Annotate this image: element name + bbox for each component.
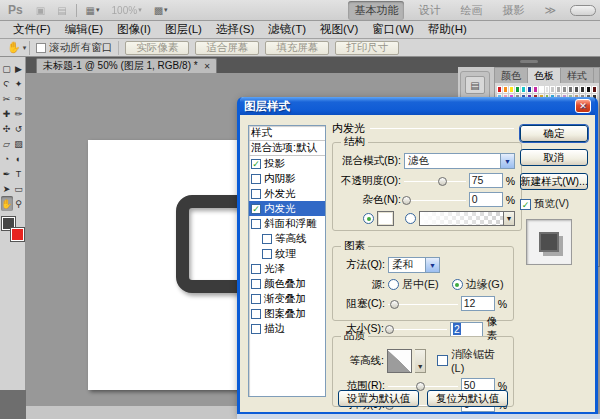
document-tab[interactable]: 未标题-1 @ 50% (图层 1, RGB/8) * ✕ (36, 58, 217, 73)
menu-item[interactable]: 文件(F) (6, 21, 58, 38)
color-swatch[interactable] (586, 86, 591, 93)
chevron-down-icon[interactable]: ▼ (415, 349, 426, 373)
slider-thumb[interactable] (438, 177, 447, 186)
slider-thumb[interactable] (402, 196, 411, 205)
fit-screen-button[interactable]: 适合屏幕 (195, 41, 259, 55)
chevron-down-icon[interactable]: ▼ (425, 258, 439, 272)
tool-icon[interactable]: ▱ (1, 136, 13, 151)
tab-swatches[interactable]: 色板 (528, 68, 561, 83)
tool-icon[interactable]: ✑ (13, 91, 25, 106)
color-swatch[interactable] (527, 86, 532, 93)
gradient-picker[interactable]: ▼ (419, 211, 515, 226)
color-radio[interactable] (363, 213, 374, 224)
opacity-slider[interactable] (404, 175, 466, 187)
scroll-all-windows-checkbox[interactable] (36, 43, 46, 53)
background-color-swatch[interactable] (11, 228, 24, 241)
style-item-drop-shadow[interactable]: ✓投影 (249, 156, 325, 171)
workspace-design[interactable]: 设计 (412, 1, 446, 20)
cs-live-button[interactable] (570, 5, 596, 16)
source-center-radio[interactable] (388, 279, 399, 290)
color-swatch[interactable] (497, 86, 502, 93)
style-item-contour[interactable]: 等高线 (249, 231, 325, 246)
menu-item[interactable]: 选择(S) (209, 21, 261, 38)
color-swatch[interactable] (503, 86, 508, 93)
tool-icon[interactable]: ↺ (13, 121, 25, 136)
style-item-pattern-overlay[interactable]: 图案叠加 (249, 306, 325, 321)
tool-icon[interactable]: ◔ (1, 151, 13, 166)
antialias-checkbox[interactable] (437, 355, 448, 366)
preview-checkbox[interactable]: ✓ (520, 199, 531, 210)
style-item-bevel-emboss[interactable]: 斜面和浮雕 (249, 216, 325, 231)
tool-icon[interactable]: ▶ (13, 61, 25, 76)
style-item-stroke[interactable]: 描边 (249, 321, 325, 336)
color-swatch[interactable] (568, 86, 573, 93)
style-item-satin[interactable]: 光泽 (249, 261, 325, 276)
contour-picker[interactable] (387, 349, 412, 373)
tool-icon[interactable]: ⚲ (13, 196, 25, 211)
color-swatch[interactable] (533, 86, 538, 93)
style-item-gradient-overlay[interactable]: 渐变叠加 (249, 291, 325, 306)
tool-icon[interactable]: ◐ (13, 151, 25, 166)
style-item-texture[interactable]: 纹理 (249, 246, 325, 261)
color-swatch[interactable] (545, 86, 550, 93)
cancel-button[interactable]: 取消 (520, 149, 588, 166)
opacity-input[interactable]: 75 (469, 173, 503, 188)
blend-mode-select[interactable]: 滤色 ▼ (404, 153, 515, 169)
style-item-outer-glow[interactable]: 外发光 (249, 186, 325, 201)
choke-input[interactable]: 12 (461, 296, 495, 311)
glow-color-swatch[interactable] (377, 211, 394, 226)
tool-icon[interactable]: ▭ (13, 181, 25, 196)
menu-item[interactable]: 视图(V) (313, 21, 365, 38)
menu-item[interactable]: 帮助(H) (421, 21, 474, 38)
scroll-all-windows-option[interactable]: 滚动所有窗口 (36, 41, 119, 55)
tool-icon[interactable]: Ϛ (1, 76, 13, 91)
workspace-painting[interactable]: 绘画 (454, 1, 488, 20)
style-item-inner-glow[interactable]: ✓内发光 (249, 201, 325, 216)
view-extras-icon[interactable]: ▤ (54, 4, 69, 17)
bridge-icon[interactable]: ▣ (33, 4, 48, 17)
close-icon[interactable]: ✕ (204, 62, 211, 71)
workspace-photography[interactable]: 摄影 (496, 1, 530, 20)
menu-item[interactable]: 滤镜(T) (261, 21, 313, 38)
menu-item[interactable]: 图像(I) (110, 21, 158, 38)
tool-icon[interactable]: ✋ (1, 196, 13, 211)
source-edge-radio[interactable] (452, 279, 463, 290)
choke-slider[interactable] (388, 298, 458, 310)
dialog-close-icon[interactable]: ✕ (575, 99, 591, 113)
tab-styles[interactable]: 样式 (561, 68, 594, 83)
tool-icon[interactable]: T (13, 166, 25, 181)
color-swatch[interactable] (562, 86, 567, 93)
workspace-essentials[interactable]: 基本功能 (348, 1, 404, 20)
color-swatch[interactable] (574, 86, 579, 93)
chevron-down-icon[interactable]: ▼ (503, 211, 515, 226)
reset-default-button[interactable]: 复位为默认值 (427, 390, 508, 407)
ok-button[interactable]: 确定 (520, 125, 588, 142)
set-default-button[interactable]: 设置为默认值 (338, 390, 419, 407)
color-swatch[interactable] (521, 86, 526, 93)
color-swatch[interactable] (539, 86, 544, 93)
panel-dock-icon-1[interactable]: ▤ (465, 76, 485, 94)
tool-preset-picker[interactable]: ✋ ▾ (4, 41, 30, 55)
gradient-radio[interactable] (405, 213, 416, 224)
tool-icon[interactable]: ✒ (1, 166, 13, 181)
tool-icon[interactable]: ▢ (1, 61, 13, 76)
new-style-button[interactable]: 新建样式(W)... (520, 173, 588, 190)
workspace-overflow[interactable]: ≫ (538, 2, 562, 19)
technique-select[interactable]: 柔和 ▼ (388, 257, 440, 273)
color-swatch[interactable] (592, 86, 597, 93)
actual-pixels-button[interactable]: 实际像素 (125, 41, 189, 55)
menu-item[interactable]: 编辑(E) (58, 21, 110, 38)
tool-icon[interactable]: ✣ (1, 121, 13, 136)
zoom-level-control[interactable]: 100%▾ (109, 4, 145, 17)
menu-item[interactable]: 窗口(W) (365, 21, 421, 38)
print-size-button[interactable]: 打印尺寸 (335, 41, 399, 55)
chevron-down-icon[interactable]: ▼ (500, 154, 514, 168)
arrange-documents-icon[interactable]: ▦▾ (83, 4, 103, 17)
tool-icon[interactable]: ✦ (13, 76, 25, 91)
style-item-color-overlay[interactable]: 颜色叠加 (249, 276, 325, 291)
noise-input[interactable]: 0 (469, 192, 503, 207)
color-swatch[interactable] (515, 86, 520, 93)
tool-icon[interactable]: ✚ (1, 106, 13, 121)
dialog-title-bar[interactable]: 图层样式 ✕ (240, 97, 595, 115)
tool-icon[interactable]: ▨ (13, 136, 25, 151)
